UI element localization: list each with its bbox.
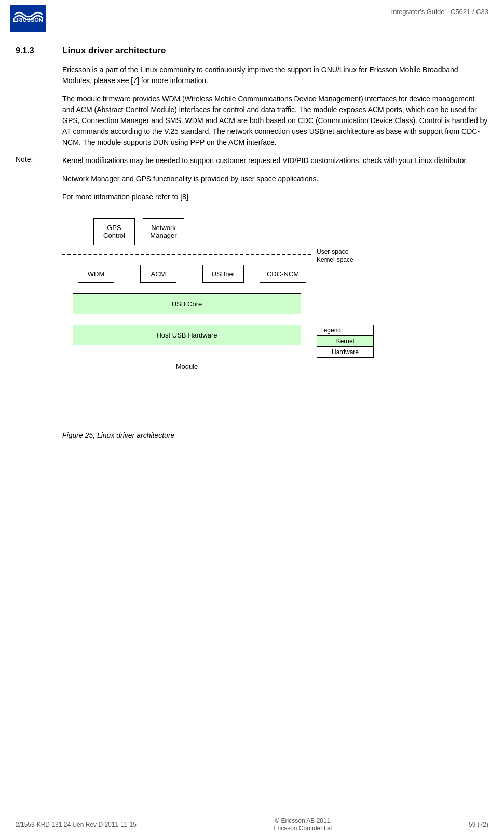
cdcncm-label: CDC-NCM (267, 270, 299, 278)
page-footer: 2/1553-KRD 131 24 Uen Rev D 2011-11-15 ©… (0, 813, 504, 836)
page-header: ERICSSON Integrator's Guide - C5621 / C3… (0, 0, 504, 35)
boundary-line (62, 254, 311, 255)
network-manager-box: Network Manager (143, 218, 184, 245)
footer-center-line1: © Ericsson AB 2011 (274, 817, 332, 825)
footer-center: © Ericsson AB 2011 Ericsson Confidential (274, 817, 332, 832)
architecture-diagram: GPS Control Network Manager User-space K… (62, 213, 415, 421)
wdm-label: WDM (88, 270, 105, 278)
module-label: Module (176, 362, 198, 370)
gps-control-label: GPS Control (103, 224, 125, 239)
section-number: 9.1.3 (16, 46, 62, 56)
legend: Legend Kernel Hardware (317, 325, 374, 358)
network-manager-label: Network Manager (150, 224, 176, 239)
note-row-1: Note: Kernel modifications may be needed… (16, 155, 488, 166)
acm-box: ACM (140, 265, 176, 283)
paragraph-1: Ericsson is a part of the Linux communit… (62, 64, 488, 86)
legend-title: Legend (317, 325, 373, 335)
acm-label: ACM (151, 270, 166, 278)
note-row-2: Network Manager and GPS functionality is… (16, 173, 488, 184)
logo-area: ERICSSON (10, 5, 46, 32)
footer-left: 2/1553-KRD 131 24 Uen Rev D 2011-11-15 (16, 821, 137, 828)
note-label: Note: (16, 155, 62, 166)
gps-control-box: GPS Control (93, 218, 135, 245)
usb-core-box: USB Core (73, 293, 301, 314)
wdm-box: WDM (78, 265, 114, 283)
note-content-2: Network Manager and GPS functionality is… (62, 173, 488, 184)
note-content-3: For more information please refer to [8] (62, 192, 488, 203)
usbnet-label: USBnet (212, 270, 235, 278)
host-usb-hardware-label: Host USB Hardware (156, 331, 217, 339)
footer-center-line2: Ericsson Confidential (274, 825, 332, 832)
section-title: Linux driver architecture (62, 46, 166, 56)
footer-right: 59 (72) (469, 821, 488, 828)
host-usb-hardware-box: Host USB Hardware (73, 325, 301, 345)
ericsson-logo-icon: ERICSSON (10, 5, 46, 32)
note-row-3: For more information please refer to [8] (16, 192, 488, 203)
note-content-1: Kernel modifications may be needed to su… (62, 155, 488, 166)
legend-hardware: Hardware (317, 346, 373, 357)
main-content: 9.1.3 Linux driver architecture Ericsson… (0, 35, 504, 450)
section-heading: 9.1.3 Linux driver architecture (16, 46, 488, 56)
usb-core-label: USB Core (172, 300, 202, 308)
header-title: Integrator's Guide - C5621 / C33 (391, 8, 488, 16)
user-space-label: User-space (317, 248, 348, 255)
cdcncm-box: CDC-NCM (260, 265, 306, 283)
note-label-empty-1 (16, 173, 62, 184)
usbnet-box: USBnet (202, 265, 244, 283)
note-label-empty-2 (16, 192, 62, 203)
legend-kernel: Kernel (317, 335, 373, 346)
kernel-space-label: Kernel-space (317, 256, 353, 263)
module-box: Module (73, 356, 301, 376)
paragraph-2: The module firmware provides WDM (Wirele… (62, 93, 488, 148)
figure-caption: Figure 25, Linux driver architecture (62, 431, 488, 439)
